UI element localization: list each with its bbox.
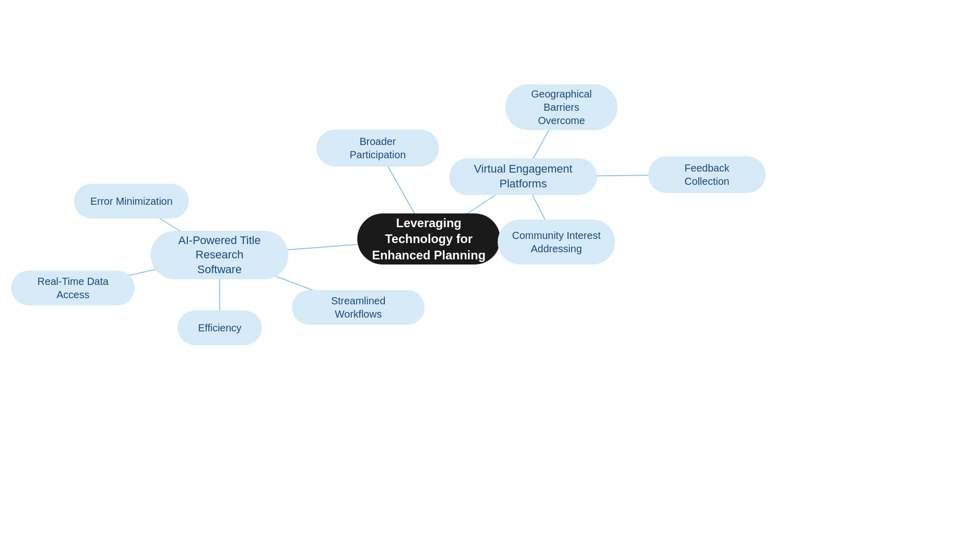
broader-participation-node: Broader Participation bbox=[316, 130, 439, 166]
ai-powered-label: AI-Powered Title Research Software bbox=[165, 233, 274, 277]
real-time-data-label: Real-Time Data Access bbox=[26, 275, 120, 301]
real-time-data-node: Real-Time Data Access bbox=[11, 271, 135, 305]
streamlined-workflows-node: Streamlined Workflows bbox=[292, 290, 425, 325]
ai-powered-node: AI-Powered Title Research Software bbox=[151, 231, 288, 279]
community-interest-node: Community Interest Addressing bbox=[498, 220, 615, 265]
center-node-label: Leveraging Technology for Enhanced Plann… bbox=[372, 215, 486, 263]
error-minimization-node: Error Minimization bbox=[74, 184, 189, 219]
geographical-barriers-node: Geographical Barriers Overcome bbox=[505, 84, 618, 130]
efficiency-node: Efficiency bbox=[178, 310, 262, 345]
efficiency-label: Efficiency bbox=[198, 321, 241, 334]
feedback-collection-label: Feedback Collection bbox=[663, 161, 751, 188]
broader-participation-label: Broader Participation bbox=[331, 135, 425, 161]
error-minimization-label: Error Minimization bbox=[90, 195, 173, 208]
community-interest-label: Community Interest Addressing bbox=[512, 229, 600, 255]
streamlined-workflows-label: Streamlined Workflows bbox=[306, 294, 410, 321]
virtual-engagement-node: Virtual Engagement Platforms bbox=[449, 158, 597, 195]
virtual-engagement-label: Virtual Engagement Platforms bbox=[463, 162, 583, 191]
geographical-barriers-label: Geographical Barriers Overcome bbox=[520, 87, 603, 127]
center-node: Leveraging Technology for Enhanced Plann… bbox=[357, 213, 500, 265]
mind-map-connections bbox=[0, 0, 980, 553]
feedback-collection-node: Feedback Collection bbox=[648, 156, 766, 193]
